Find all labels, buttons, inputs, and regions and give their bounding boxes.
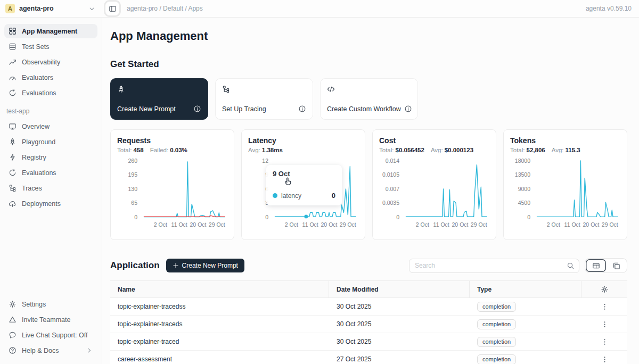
cell-date-modified: 27 Oct 2025: [329, 355, 470, 363]
code-icon: [327, 85, 335, 93]
main-content: App Management Get Started Create New Pr…: [102, 18, 639, 364]
svg-text:11 Oct: 11 Oct: [433, 221, 449, 228]
column-settings[interactable]: [581, 281, 627, 297]
sidebar-project-nav: OverviewPlaygroundRegistryEvaluationsTra…: [4, 119, 97, 212]
sidebar-bottom-nav: SettingsInvite TeammateLive Chat Support…: [4, 297, 97, 359]
create-new-prompt-card[interactable]: Create New Prompt: [110, 78, 208, 120]
sidebar-item-settings[interactable]: Settings: [4, 297, 97, 311]
lightning-icon: [9, 153, 17, 161]
sidebar-item-label: Test Sets: [22, 43, 49, 51]
chart-card-cost[interactable]: CostTotal:$0.056452Avg:$0.00012300.00350…: [372, 129, 496, 240]
svg-text:0: 0: [134, 214, 137, 220]
sidebar-item-label: Help & Docs: [22, 347, 59, 354]
create-new-prompt-button[interactable]: Create New Prompt: [166, 259, 244, 272]
column-header-type[interactable]: Type: [470, 281, 581, 297]
row-menu-button[interactable]: [599, 301, 610, 312]
svg-text:29 Oct: 29 Oct: [340, 221, 356, 228]
chart-card-tokens[interactable]: TokensTotal:52,806Avg:115.30450090001350…: [503, 129, 627, 240]
cycle-icon: [9, 89, 17, 97]
svg-text:20 Oct: 20 Oct: [190, 221, 207, 228]
monitor-icon: [9, 122, 17, 130]
column-header-name[interactable]: Name: [110, 281, 329, 297]
table-row[interactable]: topic-explainer-traceds30 Oct 2025comple…: [110, 316, 627, 333]
search-icon: [567, 262, 575, 270]
sidebar-item-evaluations[interactable]: Evaluations: [4, 166, 97, 180]
workspace-avatar: A: [5, 4, 15, 13]
chart-plot-cost: 00.00350.0070.01050.0142 Oct11 Oct20 Oct…: [379, 154, 490, 233]
table-view-icon: [592, 262, 600, 270]
workspace-selector[interactable]: A agenta-pro: [0, 4, 102, 13]
table-row[interactable]: career-assessment27 Oct 2025completion: [110, 351, 627, 364]
sidebar-item-traces[interactable]: Traces: [4, 181, 97, 195]
sidebar-item-test-sets[interactable]: Test Sets: [4, 39, 97, 54]
card-label: Create New Prompt: [117, 105, 176, 113]
svg-text:11 Oct: 11 Oct: [302, 221, 318, 228]
chart-card-latency[interactable]: LatencyAvg:1.38ms0369122 Oct11 Oct20 Oct…: [241, 129, 365, 240]
collapse-sidebar-button[interactable]: [105, 2, 119, 15]
application-header-row: Application Create New Prompt: [110, 258, 627, 273]
search-input[interactable]: [409, 262, 562, 269]
sidebar-item-evaluations[interactable]: Evaluations: [4, 86, 97, 100]
svg-text:260: 260: [128, 158, 137, 164]
row-menu-button[interactable]: [599, 353, 610, 364]
rows-icon: [9, 43, 17, 51]
chart-stats: Avg:1.38ms: [248, 147, 359, 153]
create-custom-workflow-card[interactable]: Create Custom Workflow: [320, 78, 418, 120]
tracing-icon: [222, 85, 230, 93]
chart-title: Tokens: [510, 136, 621, 145]
sidebar: App ManagementTest SetsObservabilityEval…: [0, 18, 102, 364]
sidebar-main-nav: App ManagementTest SetsObservabilityEval…: [4, 24, 97, 101]
type-badge: completion: [477, 354, 516, 364]
sidebar-item-label: Registry: [22, 154, 46, 161]
chart-card-requests[interactable]: RequestsTotal:458Failed:0.03%06513019526…: [110, 129, 234, 240]
sidebar-item-deployments[interactable]: Deployments: [4, 196, 97, 211]
chev-right-icon: [85, 346, 93, 354]
sidebar-item-app-management[interactable]: App Management: [4, 24, 97, 38]
sidebar-item-help-docs[interactable]: Help & Docs: [4, 343, 97, 358]
cell-name: career-assessment: [110, 355, 329, 363]
sidebar-item-overview[interactable]: Overview: [4, 119, 97, 134]
svg-text:0.0035: 0.0035: [382, 200, 399, 206]
column-header-date-modified[interactable]: Date Modified: [329, 281, 470, 297]
sidebar-item-live-chat-support-off[interactable]: Live Chat Support: Off: [4, 328, 97, 342]
chart-stats: Total:458Failed:0.03%: [117, 147, 228, 153]
svg-text:20 Oct: 20 Oct: [583, 221, 600, 228]
sidebar-item-observability[interactable]: Observability: [4, 55, 97, 69]
sidebar-item-label: Deployments: [22, 200, 61, 208]
svg-text:12: 12: [262, 158, 268, 164]
sidebar-item-invite-teammate[interactable]: Invite Teammate: [4, 312, 97, 327]
row-menu-button[interactable]: [599, 336, 610, 348]
bubble-icon: [9, 331, 17, 339]
breadcrumb[interactable]: agenta-pro / Default / Apps: [127, 5, 203, 12]
cell-type: completion: [470, 302, 581, 312]
table-view-toggle[interactable]: [586, 259, 606, 272]
info-icon[interactable]: [404, 105, 412, 113]
card-view-toggle[interactable]: [606, 259, 626, 272]
info-icon[interactable]: [298, 105, 306, 113]
cursor-hand-icon: [283, 177, 292, 186]
sidebar-item-playground[interactable]: Playground: [4, 135, 97, 149]
card-label: Set Up Tracing: [222, 105, 266, 113]
sidebar-item-label: Invite Teammate: [22, 316, 70, 324]
chart-stat: Avg:$0.000123: [431, 147, 473, 153]
sidebar-item-label: Traces: [22, 185, 42, 192]
set-up-tracing-card[interactable]: Set Up Tracing: [215, 78, 313, 120]
metric-charts: RequestsTotal:458Failed:0.03%06513019526…: [110, 129, 627, 240]
cell-name: topic-explainer-traced: [110, 338, 329, 345]
sidebar-item-registry[interactable]: Registry: [4, 150, 97, 164]
search-button[interactable]: [562, 259, 579, 272]
svg-text:0: 0: [265, 214, 268, 220]
row-menu-button[interactable]: [599, 318, 610, 330]
page-title: App Management: [110, 29, 627, 43]
table-row[interactable]: topic-explainer-tracedss30 Oct 2025compl…: [110, 298, 627, 316]
sidebar-item-evaluators[interactable]: Evaluators: [4, 70, 97, 85]
cell-type: completion: [470, 337, 581, 347]
svg-text:18000: 18000: [515, 158, 530, 164]
cell-type: completion: [470, 319, 581, 329]
sidebar-panel-icon: [109, 5, 117, 13]
chart-stats: Total:$0.056452Avg:$0.000123: [379, 147, 490, 153]
type-badge: completion: [477, 319, 516, 329]
cycle-icon: [9, 169, 17, 177]
table-row[interactable]: topic-explainer-traced30 Oct 2025complet…: [110, 333, 627, 351]
info-icon[interactable]: [193, 105, 201, 113]
